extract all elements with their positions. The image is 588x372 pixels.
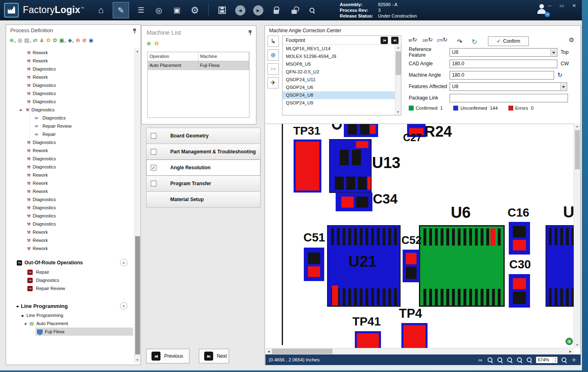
process-definition-icon[interactable]: ✎ xyxy=(113,2,129,18)
add-operation-icon[interactable]: ⊕▾ xyxy=(9,37,16,43)
rotate-arbitrary-icon[interactable]: ↷ xyxy=(457,38,462,46)
scroll-left-icon[interactable]: ◀ xyxy=(265,348,272,354)
undo-icon[interactable]: ◀ xyxy=(234,3,246,18)
sync-icon[interactable]: ⇄ xyxy=(33,37,38,43)
checkbox[interactable]: ✓ xyxy=(151,165,156,170)
layer-globe-button[interactable]: ⊕ xyxy=(566,338,573,345)
package-link-input[interactable] xyxy=(450,94,568,102)
refresh-icon[interactable]: ↻ xyxy=(557,71,563,79)
tree-item-fuji-flexa[interactable]: Fuji Flexa xyxy=(36,328,133,336)
canvas-vertical-scrollbar[interactable]: ▲ ▼ xyxy=(574,124,580,348)
tree-item-rework[interactable]: ⚒Rework xyxy=(8,73,133,81)
tree-item-diagnostics[interactable]: ⚒Diagnostics xyxy=(8,163,133,171)
scroll-down-icon[interactable]: ▼ xyxy=(135,357,140,363)
zoom-selected-icon[interactable] xyxy=(526,356,533,363)
tree-item-rework[interactable]: ⚒Rework xyxy=(8,236,133,244)
save-icon[interactable] xyxy=(216,3,228,18)
tree-item-repair[interactable]: ↪Repair xyxy=(8,268,133,276)
tree-item-diagnostics[interactable]: ⚒Diagnostics xyxy=(8,81,133,89)
checkbox[interactable] xyxy=(151,149,156,155)
dropdown-arrow-icon[interactable] xyxy=(560,83,566,90)
rotate-90-button[interactable]: 90↻ xyxy=(406,36,419,47)
close-button[interactable]: ✕ xyxy=(568,1,580,11)
footprint-item[interactable]: QSOP24_U6 xyxy=(283,84,395,91)
pin-icon[interactable] xyxy=(133,28,136,34)
options-gear-icon[interactable]: ⚙ xyxy=(569,36,574,44)
minimize-button[interactable]: ─ xyxy=(543,1,556,11)
footprint-item[interactable]: MLQP16_REV1_U14 xyxy=(283,45,395,53)
footprint-item[interactable]: QSOP24_U8 xyxy=(283,91,395,99)
lock-icon[interactable] xyxy=(270,3,282,18)
machine-settings-icon[interactable]: ✿ xyxy=(154,40,159,46)
tree-item-diagnostics[interactable]: ⚒Diagnostics xyxy=(8,89,133,97)
production-icon[interactable]: ☰ xyxy=(135,3,147,18)
tree-item-diagnostics[interactable]: ⚒Diagnostics xyxy=(8,97,133,106)
scroll-up-icon[interactable]: ▲ xyxy=(395,45,401,51)
zoom-edit-icon[interactable] xyxy=(487,356,494,363)
step-angle-resolution[interactable]: ✓Angle Resolution xyxy=(146,159,261,176)
rotate-selection-icon[interactable]: ↳ xyxy=(267,35,279,47)
settings-gear-icon[interactable]: ⚙ xyxy=(189,3,201,18)
dropdown-arrow-icon[interactable] xyxy=(550,49,557,56)
rotate-270-button[interactable]: 270↻ xyxy=(436,36,449,47)
pin-icon[interactable] xyxy=(248,30,252,35)
expander-icon[interactable]: ◢ xyxy=(19,108,24,111)
zoom-down-icon[interactable]: ▼ xyxy=(553,360,557,363)
tree-item-rework[interactable]: ⚒Rework xyxy=(8,179,133,187)
collapse-section-button[interactable]: ∧ xyxy=(120,302,127,310)
scroll-thumb[interactable] xyxy=(135,236,140,354)
block-icon[interactable]: ⊘ xyxy=(82,37,87,43)
user-icon[interactable]: ♟ xyxy=(39,37,44,43)
scroll-down-icon[interactable]: ▼ xyxy=(395,109,401,115)
tree-item-diagnostics[interactable]: ⚒Diagnostics xyxy=(8,220,133,228)
home-icon[interactable]: ⌂ xyxy=(95,3,107,18)
scroll-down-icon[interactable]: ▼ xyxy=(574,342,580,348)
footprint-scrollbar[interactable]: ▲ ▼ xyxy=(395,45,401,115)
tree-item-rework[interactable]: ⚒Rework xyxy=(8,171,133,179)
zoom-level-input[interactable]: 674% ▲ ▼ xyxy=(536,356,558,363)
tree-item-rework[interactable]: ⚒Rework xyxy=(8,228,133,236)
scroll-up-icon[interactable]: ▲ xyxy=(574,124,580,129)
unlock-icon[interactable] xyxy=(288,3,300,18)
features-affected-select[interactable]: U8 xyxy=(450,82,567,91)
move-selection-icon[interactable]: ↦ xyxy=(267,63,279,75)
tree-item-repair-review[interactable]: ∞Repair Review xyxy=(8,122,133,130)
tree-item-rework[interactable]: ⚒Rework xyxy=(8,57,133,65)
zoom-selection-icon[interactable]: ⊕ xyxy=(267,49,279,61)
zoom-up-icon[interactable]: ▲ xyxy=(553,357,557,360)
tree-item-repair-review[interactable]: ↪Repair Review xyxy=(8,284,133,292)
machine-angle-input[interactable]: 180.0 xyxy=(450,71,554,80)
cad-angle-input[interactable]: 180.0 xyxy=(450,60,557,68)
step-material-setup[interactable]: Material Setup xyxy=(146,191,261,208)
assembly-cube-icon[interactable]: ◆▾ xyxy=(68,37,74,43)
zoom-previous-icon[interactable] xyxy=(516,356,523,363)
footprint-item[interactable]: MSOP8_U5 xyxy=(283,60,395,68)
step-program-transfer[interactable]: Program Transfer xyxy=(146,175,261,192)
tree-item-diagnostics[interactable]: ⚒Diagnostics xyxy=(8,138,133,146)
tree-item-diagnostics[interactable]: ∞Diagnostics xyxy=(8,114,133,122)
footprint-item[interactable]: QFN-32-0.5_U2 xyxy=(283,68,395,76)
tree-item-rework[interactable]: ⚒Rework xyxy=(8,146,133,155)
reference-feature-select[interactable]: U8 xyxy=(450,48,557,57)
scroll-thumb[interactable] xyxy=(396,51,401,75)
inspect-icon[interactable] xyxy=(306,3,318,18)
footprint-item[interactable]: QSOP24_U11 xyxy=(283,76,395,84)
canvas-horizontal-scrollbar[interactable]: ◀ ▶ xyxy=(265,348,574,354)
tree-item-line-programming[interactable]: ◂▸Line Programming xyxy=(8,311,133,319)
measure-link-icon[interactable]: ∞ xyxy=(477,356,484,363)
zoom-extents-icon[interactable] xyxy=(506,356,513,363)
auto-rotate-icon[interactable]: ↻ xyxy=(472,38,477,46)
redo-icon[interactable]: ▶ xyxy=(252,3,264,18)
footprint-item[interactable]: MOLEX 51296-4594_J9 xyxy=(283,53,395,60)
process-flower-icon[interactable]: ✿ xyxy=(46,37,51,43)
maximize-button[interactable]: ▭ xyxy=(556,1,568,11)
pin-selection-icon[interactable]: ✈ xyxy=(267,77,279,89)
navigator-icon[interactable]: ◎ xyxy=(153,3,165,18)
step-part-management-troubleshooting[interactable]: Part Management & Troubleshooting xyxy=(146,144,261,160)
scroll-right-icon[interactable]: ▶ xyxy=(567,348,574,354)
previous-button[interactable]: |◀ Previous xyxy=(146,349,189,363)
tree-item-rework[interactable]: ⚒Rework xyxy=(8,244,133,252)
print-icon[interactable]: ▤▾ xyxy=(24,37,31,43)
step-board-geometry[interactable]: Board Geometry xyxy=(146,128,261,144)
tree-item-diagnostics[interactable]: ◢⚒Diagnostics xyxy=(8,106,133,114)
